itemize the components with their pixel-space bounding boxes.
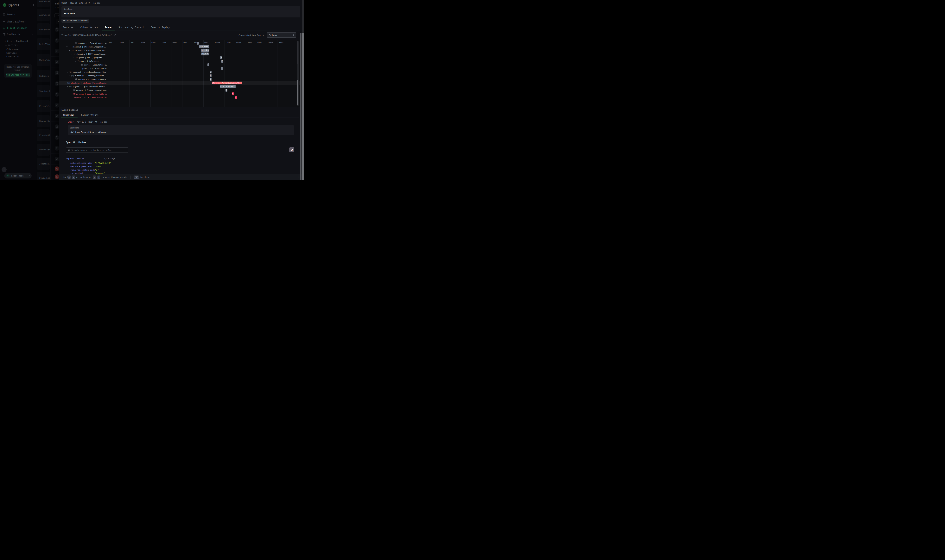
- trace-span-row[interactable]: quote | calculate-quote c: [59, 67, 300, 70]
- chevron-down-icon[interactable]: [69, 75, 70, 76]
- session-event-row[interactable]: [51, 35, 59, 46]
- sidebar-item-dashboards[interactable]: Dashboards: [3, 32, 34, 37]
- chevron-down-icon[interactable]: [66, 46, 68, 47]
- sidebar-item-chart-explorer[interactable]: Chart Explorer: [3, 20, 34, 24]
- session-event-row[interactable]: [51, 67, 59, 78]
- sidebar-item-search[interactable]: Search: [3, 12, 34, 17]
- session-card[interactable]: Shaniya.Sc: [37, 85, 50, 97]
- tab-overview[interactable]: Overview: [63, 114, 74, 117]
- session-event-row[interactable]: [51, 121, 59, 132]
- span-duration-bar[interactable]: o: [210, 71, 211, 74]
- trace-span-row[interactable]: (1) checkout | oteldemo.ShippingSe… otel…: [59, 45, 300, 49]
- page-scrollbar-thumb[interactable]: [302, 33, 304, 180]
- span-duration-bar[interactable]: POST h: [201, 52, 209, 55]
- session-event-row[interactable]: [51, 46, 59, 56]
- session-event-row[interactable]: [51, 78, 59, 89]
- trace-span-row[interactable]: (1) checkout | oteldemo.PaymentServi… ot…: [59, 81, 300, 85]
- attribute-key[interactable]: net.sock.peer.addr: [70, 161, 95, 165]
- session-event-row[interactable]: [51, 56, 59, 67]
- session-card[interactable]: Roderick_S: [37, 70, 50, 82]
- span-duration-bar[interactable]: C: [225, 89, 227, 92]
- trace-span-row[interactable]: payment | Error: Visa cache ful… E: [59, 96, 300, 99]
- span-duration-bar[interactable]: C: [207, 63, 210, 66]
- chevron-down-icon[interactable]: [71, 53, 72, 54]
- session-event-row[interactable]: [51, 100, 59, 111]
- span-duration-bar[interactable]: {: [221, 60, 223, 63]
- presets-header[interactable]: PRESETS: [5, 44, 18, 46]
- session-card[interactable]: Dolly.Lubo: [37, 172, 50, 180]
- scrollbar-thumb[interactable]: [297, 80, 298, 105]
- span-duration-bar[interactable]: P: [220, 56, 222, 59]
- pencil-icon[interactable]: [114, 34, 116, 36]
- modal-tab[interactable]: Session Replay: [148, 25, 173, 30]
- page-scrollbar[interactable]: [302, 0, 304, 180]
- local-mode-menu[interactable]: U Local mode: [4, 173, 32, 178]
- attribute-key[interactable]: net.sock.peer.port: [70, 165, 95, 168]
- span-duration-bar[interactable]: c: [221, 67, 223, 70]
- close-icon[interactable]: [297, 176, 300, 178]
- session-event-row[interactable]: [51, 164, 59, 173]
- session-card[interactable]: Jonathan.B: [37, 158, 50, 170]
- trace-span-row[interactable]: currency | Convert convers… C: [59, 77, 300, 81]
- session-card[interactable]: Howard.Run: [37, 115, 50, 127]
- session-card[interactable]: Ernesto33@: [37, 129, 50, 141]
- session-event-row[interactable]: [51, 143, 59, 154]
- attributes-root-row[interactable]: SpanAttributes {} 6 keys: [66, 157, 116, 160]
- service-name-chip[interactable]: ServiceName: frontend: [62, 19, 89, 23]
- session-card[interactable]: Anonymous: [37, 9, 50, 21]
- modal-scrollbar[interactable]: [300, 33, 302, 180]
- chevron-down-icon[interactable]: [73, 57, 74, 58]
- session-event-row[interactable]: [51, 173, 59, 180]
- attribute-row[interactable]: net.sock.peer.port "50051": [70, 165, 103, 168]
- chevron-down-icon[interactable]: [65, 82, 66, 83]
- trace-span-row[interactable]: (1) quote | POST /getquote P: [59, 56, 300, 60]
- span-duration-bar[interactable]: [197, 42, 199, 45]
- preset-item[interactable]: Kubernetes: [6, 55, 36, 58]
- chevron-up-icon[interactable]: [32, 34, 33, 35]
- modal-tab[interactable]: Overview: [60, 25, 76, 30]
- trace-span-row[interactable]: (1) shipping | POST http://quo… POST h: [59, 52, 300, 56]
- gear-icon[interactable]: ⚙: [289, 147, 294, 152]
- create-dashboard-button[interactable]: + Create Dashboard: [5, 40, 28, 42]
- session-card[interactable]: Anonymous: [37, 23, 50, 35]
- span-duration-bar[interactable]: oteldemo.: [199, 45, 210, 48]
- trace-span-row[interactable]: (1) currency | Currency/Convert C: [59, 74, 300, 77]
- chevron-down-icon[interactable]: [67, 71, 68, 72]
- span-duration-bar[interactable]: V: [232, 92, 234, 95]
- trace-span-row[interactable]: quote | Calculated q… C: [59, 63, 300, 67]
- chevron-down-icon[interactable]: [69, 49, 70, 51]
- session-card[interactable]: Pearl43@ho: [37, 143, 50, 155]
- sidebar-item-client-sessions[interactable]: Client Sessions: [3, 26, 34, 30]
- session-card[interactable]: Deion37@gm: [37, 38, 50, 50]
- modal-tab[interactable]: Surrounding Context: [116, 25, 147, 30]
- attributes-search-input[interactable]: Search properties by key or value: [66, 148, 128, 153]
- span-duration-bar[interactable]: oteldemo.PaymentService/Char: [212, 82, 242, 85]
- span-duration-bar[interactable]: oteldem: [201, 49, 209, 52]
- trace-span-row[interactable]: payment | Visa cache full: c… V: [59, 92, 300, 96]
- trace-span-row[interactable]: (1) checkout | oteldemo.CurrencySe… o: [59, 70, 300, 74]
- chevron-down-icon[interactable]: [75, 60, 76, 62]
- trace-span-row[interactable]: (3) payment | grpc.oteldemo.Paymen… grpc…: [59, 85, 300, 88]
- help-button[interactable]: ?: [2, 167, 6, 172]
- trace-span-row[interactable]: (2) quote | {closure} {: [59, 60, 300, 63]
- log-source-select[interactable]: Logs: [267, 32, 296, 38]
- session-event-row[interactable]: [51, 89, 59, 100]
- session-event-row[interactable]: [51, 24, 59, 35]
- sidebar-collapse-icon[interactable]: [31, 4, 34, 6]
- attribute-value[interactable]: "172.28.0.10": [95, 161, 111, 165]
- trace-span-row[interactable]: (1) shipping | oteldemo.Shipping… otelde…: [59, 48, 300, 52]
- attribute-value[interactable]: "2": [95, 168, 99, 172]
- modal-tab[interactable]: Trace: [102, 25, 115, 30]
- preset-item[interactable]: Clickhouse: [6, 48, 36, 51]
- get-started-button[interactable]: Get Started for Free: [6, 73, 30, 77]
- attribute-key[interactable]: rpc.grpc.status_code: [70, 168, 95, 172]
- attribute-row[interactable]: rpc.grpc.status_code "2": [70, 168, 99, 172]
- session-event-row[interactable]: [51, 132, 59, 143]
- session-card[interactable]: Anonymous: [37, 0, 50, 7]
- session-event-row[interactable]: [51, 154, 59, 164]
- span-duration-bar[interactable]: grpc.oteldemo.: [220, 85, 236, 88]
- span-duration-bar[interactable]: C: [210, 74, 211, 77]
- trace-span-row[interactable]: payment | Charge request rec… C: [59, 88, 300, 92]
- span-duration-bar[interactable]: E: [235, 96, 237, 99]
- modal-tab[interactable]: Column Values: [77, 25, 101, 30]
